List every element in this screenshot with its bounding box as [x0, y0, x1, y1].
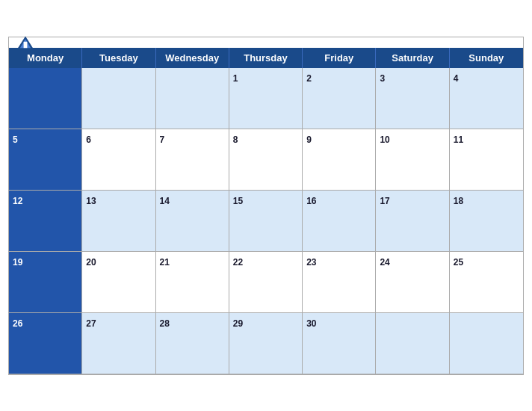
calendar-cell-29: 29 [229, 313, 303, 374]
day-header-friday: Friday [303, 48, 376, 68]
date-number: 8 [233, 135, 238, 145]
calendar-cell-5: 5 [9, 129, 82, 191]
date-number: 2 [306, 73, 312, 84]
date-number: 17 [380, 196, 389, 206]
calendar-cell-18: 18 [450, 191, 523, 252]
calendar-cell-4: 4 [450, 68, 523, 129]
date-number: 10 [380, 135, 389, 145]
calendar-cell-20: 20 [82, 252, 155, 313]
date-number: 30 [306, 318, 316, 329]
generalblue-logo-icon [16, 35, 34, 50]
calendar-cell-1: 1 [229, 68, 303, 129]
calendar-cell-10: 10 [376, 129, 449, 191]
calendar-cell-6: 6 [82, 129, 155, 191]
calendar-cell-23: 23 [303, 252, 376, 313]
calendar: MondayTuesdayWednesdayThursdayFridaySatu… [8, 37, 524, 375]
date-number: 12 [13, 196, 22, 206]
calendar-cell-15: 15 [229, 191, 303, 252]
calendar-cell-28: 28 [156, 313, 229, 374]
day-header-thursday: Thursday [229, 48, 303, 68]
date-number: 5 [13, 135, 18, 145]
day-header-sunday: Sunday [450, 48, 523, 68]
calendar-cell-empty [376, 313, 449, 374]
date-number: 22 [233, 257, 243, 268]
calendar-cell-empty [450, 313, 523, 374]
date-number: 21 [160, 257, 170, 268]
calendar-cell-11: 11 [450, 129, 523, 191]
calendar-cell-25: 25 [450, 252, 523, 313]
calendar-header [9, 37, 523, 48]
date-number: 13 [86, 196, 96, 206]
days-header: MondayTuesdayWednesdayThursdayFridaySatu… [9, 48, 523, 68]
calendar-cell-24: 24 [376, 252, 449, 313]
date-number: 20 [86, 257, 96, 268]
calendar-cell-14: 14 [156, 191, 229, 252]
calendar-cell-19: 19 [9, 252, 82, 313]
calendar-cell-26: 26 [9, 313, 82, 374]
date-number: 18 [454, 196, 463, 206]
day-header-tuesday: Tuesday [82, 48, 155, 68]
calendar-cell-9: 9 [303, 129, 376, 191]
day-header-saturday: Saturday [376, 48, 449, 68]
date-number: 14 [160, 196, 170, 206]
calendar-cell-2: 2 [303, 68, 376, 129]
calendar-cell-empty [82, 68, 155, 129]
calendar-cell-12: 12 [9, 191, 82, 252]
calendar-cell-13: 13 [82, 191, 155, 252]
date-number: 23 [306, 257, 316, 268]
calendar-cell-16: 16 [303, 191, 376, 252]
svg-rect-2 [24, 41, 28, 47]
date-number: 15 [233, 196, 243, 206]
calendar-cell-8: 8 [229, 129, 303, 191]
date-number: 4 [454, 73, 459, 84]
calendar-cell-empty [156, 68, 229, 129]
calendar-cell-27: 27 [82, 313, 155, 374]
date-number: 1 [233, 73, 238, 84]
calendar-cell-21: 21 [156, 252, 229, 313]
logo [16, 35, 34, 50]
date-number: 3 [380, 73, 385, 84]
date-number: 27 [86, 318, 96, 329]
date-number: 26 [13, 318, 22, 329]
day-header-wednesday: Wednesday [156, 48, 229, 68]
date-number: 11 [454, 135, 463, 145]
date-number: 7 [160, 135, 165, 145]
date-number: 25 [454, 257, 463, 268]
date-number: 9 [306, 135, 312, 145]
date-number: 29 [233, 318, 243, 329]
date-number: 24 [380, 257, 389, 268]
calendar-cell-empty [9, 68, 82, 129]
date-number: 28 [160, 318, 170, 329]
date-number: 19 [13, 257, 22, 268]
day-header-monday: Monday [9, 48, 82, 68]
calendar-cell-3: 3 [376, 68, 449, 129]
calendar-cell-22: 22 [229, 252, 303, 313]
date-number: 16 [306, 196, 316, 206]
calendar-cell-30: 30 [303, 313, 376, 374]
calendar-cell-17: 17 [376, 191, 449, 252]
calendar-cell-7: 7 [156, 129, 229, 191]
date-number: 6 [86, 135, 91, 145]
calendar-grid: 1234567891011121314151617181920212223242… [9, 68, 523, 374]
